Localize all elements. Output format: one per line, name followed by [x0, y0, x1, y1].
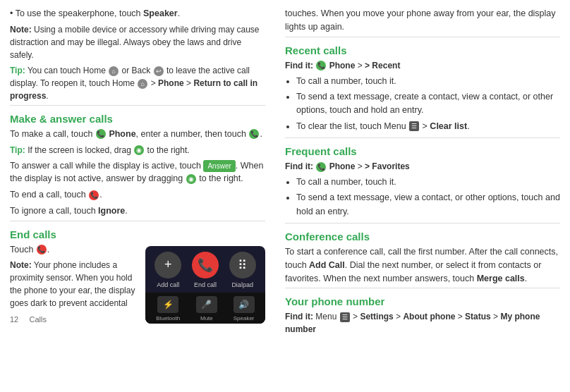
end-call-button: 📞 End call: [192, 252, 219, 288]
speaker-label: Speaker: [234, 315, 255, 321]
dial-icon: 📞: [249, 129, 259, 139]
add-call-circle: +: [154, 252, 181, 278]
frequent-calls-list: To call a number, touch it. To send a te…: [296, 176, 560, 219]
make-call-para: To make a call, touch 📞 Phone, enter a n…: [10, 128, 265, 141]
list-item: To call a number, touch it.: [296, 75, 560, 88]
back-icon: ↩: [154, 66, 164, 76]
divider2: [10, 221, 265, 221]
phone-icon1: 📞: [96, 129, 106, 139]
note-driving-text: Using a mobile device or accessory while…: [10, 25, 260, 60]
speaker-phone-button: 🔊 Speaker: [234, 296, 255, 321]
intro-continuation: touches. When you move your phone away f…: [285, 7, 560, 34]
right-column: touches. When you move your phone away f…: [275, 0, 570, 392]
divider3: [285, 37, 560, 37]
answer-active-para: To answer a call while the display is ac…: [10, 159, 265, 186]
dialpad-label: Dialpad: [231, 281, 253, 288]
make-answer-heading: Make & answer calls: [10, 113, 265, 125]
bluetooth-button: ⚡ Bluetooth: [156, 296, 180, 321]
dialpad-button: ⠿ Dialpad: [229, 252, 256, 288]
phone-ui-top-row: + Add call 📞 End call ⠿ Dialpad: [145, 246, 265, 293]
end-icon: 📞: [89, 190, 99, 200]
phone-number-find: Find it: Menu ☰ > Settings > About phone…: [285, 310, 560, 336]
frequent-calls-find: Find it: 📞 Phone > > Favorites: [285, 160, 560, 173]
conference-calls-heading: Conference calls: [285, 231, 560, 243]
dialpad-circle: ⠿: [229, 252, 256, 278]
answer-button: Answer: [203, 160, 235, 172]
list-item: To send a text message, create a contact…: [296, 90, 560, 118]
recent-calls-heading: Recent calls: [285, 44, 560, 56]
mute-label: Mute: [200, 315, 213, 321]
drag-icon2: ◉: [186, 174, 196, 184]
end-call-label: End call: [194, 281, 217, 288]
tip-home-back: Tip: You can touch Home ⌂ or Back ↩ to l…: [10, 64, 265, 102]
mute-icon: 🎤: [196, 296, 217, 313]
note2-label: Note:: [10, 260, 32, 270]
phone-ui-mockup: + Add call 📞 End call ⠿ Dialpad ⚡ Blueto…: [145, 246, 265, 324]
recent-calls-find: Find it: 📞 Phone > > Recent: [285, 59, 560, 72]
list-item: To clear the list, touch Menu ☰ > Clear …: [296, 120, 560, 133]
home-icon: ⌂: [109, 66, 119, 76]
speakerphone-bullet: To use the speakerphone, touch Speaker.: [10, 7, 265, 20]
end-touch-icon: 📞: [37, 245, 47, 255]
add-call-button: + Add call: [154, 252, 181, 288]
add-call-label: Add call: [157, 281, 179, 288]
note-label: Note:: [10, 25, 32, 35]
note-driving: Note: Using a mobile device or accessory…: [10, 23, 265, 61]
speaker-icon: 🔊: [234, 296, 255, 313]
bluetooth-icon: ⚡: [157, 296, 178, 313]
tip1-label: Tip:: [10, 66, 25, 75]
divider6: [285, 288, 560, 288]
conference-calls-para: To start a conference call, call the fir…: [285, 245, 560, 285]
left-column: To use the speakerphone, touch Speaker. …: [0, 0, 275, 392]
menu-icon2: ☰: [340, 312, 350, 322]
phone-icon-recent: 📞: [316, 61, 326, 71]
drag-icon: ◉: [134, 145, 144, 155]
tip-locked-screen: Tip: If the screen is locked, drag ◉ to …: [10, 144, 265, 157]
list-item: To call a number, touch it.: [296, 176, 560, 189]
home-icon2: ⌂: [138, 79, 147, 89]
divider4: [285, 137, 560, 138]
phone-icon-frequent: 📞: [316, 162, 326, 172]
tip2-label: Tip:: [10, 145, 25, 155]
ignore-call-para: To ignore a call, touch Ignore.: [10, 204, 265, 218]
bluetooth-label: Bluetooth: [156, 315, 180, 321]
end-calls-heading: End calls: [10, 228, 265, 240]
divider5: [285, 223, 560, 223]
page-label: Calls: [30, 315, 47, 324]
frequent-calls-heading: Frequent calls: [285, 145, 560, 157]
your-phone-number-heading: Your phone number: [285, 295, 560, 307]
list-item: To send a text message, view a contact, …: [296, 191, 560, 219]
divider1: [10, 105, 265, 106]
phone-ui-bottom-row: ⚡ Bluetooth 🎤 Mute 🔊 Speaker: [145, 293, 265, 324]
page-number: 12: [10, 315, 18, 324]
mute-button: 🎤 Mute: [196, 296, 217, 321]
end-call-circle: 📞: [192, 252, 219, 278]
menu-icon1: ☰: [409, 121, 419, 131]
recent-calls-list: To call a number, touch it. To send a te…: [296, 75, 560, 134]
end-call-para: To end a call, touch 📞.: [10, 188, 265, 202]
